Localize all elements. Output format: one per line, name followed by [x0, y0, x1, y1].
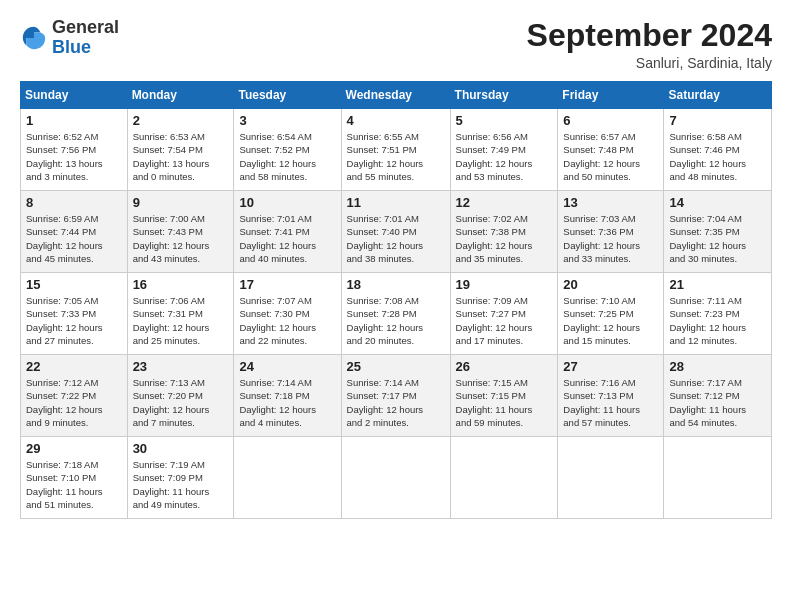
calendar-cell: 25Sunrise: 7:14 AM Sunset: 7:17 PM Dayli… — [341, 355, 450, 437]
weekday-header-friday: Friday — [558, 82, 664, 109]
day-number: 6 — [563, 113, 658, 128]
weekday-header-thursday: Thursday — [450, 82, 558, 109]
calendar-cell: 1Sunrise: 6:52 AM Sunset: 7:56 PM Daylig… — [21, 109, 128, 191]
calendar-cell: 3Sunrise: 6:54 AM Sunset: 7:52 PM Daylig… — [234, 109, 341, 191]
calendar-cell: 19Sunrise: 7:09 AM Sunset: 7:27 PM Dayli… — [450, 273, 558, 355]
day-number: 10 — [239, 195, 335, 210]
logo-general-text: General — [52, 17, 119, 37]
day-number: 13 — [563, 195, 658, 210]
day-info: Sunrise: 7:06 AM Sunset: 7:31 PM Dayligh… — [133, 294, 229, 347]
day-info: Sunrise: 7:01 AM Sunset: 7:41 PM Dayligh… — [239, 212, 335, 265]
calendar-cell: 2Sunrise: 6:53 AM Sunset: 7:54 PM Daylig… — [127, 109, 234, 191]
day-info: Sunrise: 6:58 AM Sunset: 7:46 PM Dayligh… — [669, 130, 766, 183]
logo: General Blue — [20, 18, 119, 58]
day-info: Sunrise: 7:11 AM Sunset: 7:23 PM Dayligh… — [669, 294, 766, 347]
weekday-header-row: SundayMondayTuesdayWednesdayThursdayFrid… — [21, 82, 772, 109]
day-number: 20 — [563, 277, 658, 292]
weekday-header-saturday: Saturday — [664, 82, 772, 109]
day-number: 18 — [347, 277, 445, 292]
day-number: 4 — [347, 113, 445, 128]
calendar-cell — [558, 437, 664, 519]
day-number: 19 — [456, 277, 553, 292]
day-number: 5 — [456, 113, 553, 128]
calendar-cell: 30Sunrise: 7:19 AM Sunset: 7:09 PM Dayli… — [127, 437, 234, 519]
day-info: Sunrise: 7:03 AM Sunset: 7:36 PM Dayligh… — [563, 212, 658, 265]
day-number: 22 — [26, 359, 122, 374]
day-info: Sunrise: 7:01 AM Sunset: 7:40 PM Dayligh… — [347, 212, 445, 265]
calendar-cell: 17Sunrise: 7:07 AM Sunset: 7:30 PM Dayli… — [234, 273, 341, 355]
day-info: Sunrise: 6:56 AM Sunset: 7:49 PM Dayligh… — [456, 130, 553, 183]
day-number: 14 — [669, 195, 766, 210]
day-info: Sunrise: 7:16 AM Sunset: 7:13 PM Dayligh… — [563, 376, 658, 429]
day-number: 11 — [347, 195, 445, 210]
day-number: 12 — [456, 195, 553, 210]
calendar-table: SundayMondayTuesdayWednesdayThursdayFrid… — [20, 81, 772, 519]
day-number: 15 — [26, 277, 122, 292]
day-info: Sunrise: 7:15 AM Sunset: 7:15 PM Dayligh… — [456, 376, 553, 429]
day-info: Sunrise: 7:02 AM Sunset: 7:38 PM Dayligh… — [456, 212, 553, 265]
day-number: 7 — [669, 113, 766, 128]
calendar-body: 1Sunrise: 6:52 AM Sunset: 7:56 PM Daylig… — [21, 109, 772, 519]
day-info: Sunrise: 7:09 AM Sunset: 7:27 PM Dayligh… — [456, 294, 553, 347]
calendar-cell: 5Sunrise: 6:56 AM Sunset: 7:49 PM Daylig… — [450, 109, 558, 191]
calendar-cell: 8Sunrise: 6:59 AM Sunset: 7:44 PM Daylig… — [21, 191, 128, 273]
day-number: 28 — [669, 359, 766, 374]
calendar-cell: 4Sunrise: 6:55 AM Sunset: 7:51 PM Daylig… — [341, 109, 450, 191]
day-number: 26 — [456, 359, 553, 374]
calendar-cell: 26Sunrise: 7:15 AM Sunset: 7:15 PM Dayli… — [450, 355, 558, 437]
day-info: Sunrise: 7:00 AM Sunset: 7:43 PM Dayligh… — [133, 212, 229, 265]
day-info: Sunrise: 7:10 AM Sunset: 7:25 PM Dayligh… — [563, 294, 658, 347]
day-number: 9 — [133, 195, 229, 210]
day-info: Sunrise: 6:53 AM Sunset: 7:54 PM Dayligh… — [133, 130, 229, 183]
calendar-cell: 18Sunrise: 7:08 AM Sunset: 7:28 PM Dayli… — [341, 273, 450, 355]
day-number: 25 — [347, 359, 445, 374]
weekday-header-monday: Monday — [127, 82, 234, 109]
day-info: Sunrise: 6:52 AM Sunset: 7:56 PM Dayligh… — [26, 130, 122, 183]
day-info: Sunrise: 7:07 AM Sunset: 7:30 PM Dayligh… — [239, 294, 335, 347]
calendar-cell: 29Sunrise: 7:18 AM Sunset: 7:10 PM Dayli… — [21, 437, 128, 519]
day-number: 29 — [26, 441, 122, 456]
day-info: Sunrise: 6:54 AM Sunset: 7:52 PM Dayligh… — [239, 130, 335, 183]
calendar-page: General Blue September 2024 Sanluri, Sar… — [0, 0, 792, 612]
day-number: 17 — [239, 277, 335, 292]
day-number: 2 — [133, 113, 229, 128]
calendar-cell: 11Sunrise: 7:01 AM Sunset: 7:40 PM Dayli… — [341, 191, 450, 273]
calendar-cell — [341, 437, 450, 519]
calendar-cell — [664, 437, 772, 519]
day-info: Sunrise: 7:14 AM Sunset: 7:18 PM Dayligh… — [239, 376, 335, 429]
calendar-header: SundayMondayTuesdayWednesdayThursdayFrid… — [21, 82, 772, 109]
day-number: 1 — [26, 113, 122, 128]
calendar-week-1: 1Sunrise: 6:52 AM Sunset: 7:56 PM Daylig… — [21, 109, 772, 191]
weekday-header-wednesday: Wednesday — [341, 82, 450, 109]
day-info: Sunrise: 7:08 AM Sunset: 7:28 PM Dayligh… — [347, 294, 445, 347]
calendar-cell: 9Sunrise: 7:00 AM Sunset: 7:43 PM Daylig… — [127, 191, 234, 273]
day-number: 23 — [133, 359, 229, 374]
calendar-week-3: 15Sunrise: 7:05 AM Sunset: 7:33 PM Dayli… — [21, 273, 772, 355]
title-block: September 2024 Sanluri, Sardinia, Italy — [527, 18, 772, 71]
day-info: Sunrise: 6:57 AM Sunset: 7:48 PM Dayligh… — [563, 130, 658, 183]
calendar-cell: 23Sunrise: 7:13 AM Sunset: 7:20 PM Dayli… — [127, 355, 234, 437]
day-info: Sunrise: 7:19 AM Sunset: 7:09 PM Dayligh… — [133, 458, 229, 511]
day-number: 30 — [133, 441, 229, 456]
calendar-cell: 28Sunrise: 7:17 AM Sunset: 7:12 PM Dayli… — [664, 355, 772, 437]
day-info: Sunrise: 7:12 AM Sunset: 7:22 PM Dayligh… — [26, 376, 122, 429]
day-number: 27 — [563, 359, 658, 374]
day-number: 3 — [239, 113, 335, 128]
logo-blue-text: Blue — [52, 37, 91, 57]
day-info: Sunrise: 7:18 AM Sunset: 7:10 PM Dayligh… — [26, 458, 122, 511]
calendar-cell: 27Sunrise: 7:16 AM Sunset: 7:13 PM Dayli… — [558, 355, 664, 437]
calendar-cell: 20Sunrise: 7:10 AM Sunset: 7:25 PM Dayli… — [558, 273, 664, 355]
month-title: September 2024 — [527, 18, 772, 53]
location-subtitle: Sanluri, Sardinia, Italy — [527, 55, 772, 71]
day-info: Sunrise: 7:14 AM Sunset: 7:17 PM Dayligh… — [347, 376, 445, 429]
calendar-cell: 10Sunrise: 7:01 AM Sunset: 7:41 PM Dayli… — [234, 191, 341, 273]
calendar-cell: 6Sunrise: 6:57 AM Sunset: 7:48 PM Daylig… — [558, 109, 664, 191]
weekday-header-sunday: Sunday — [21, 82, 128, 109]
calendar-cell — [450, 437, 558, 519]
day-number: 24 — [239, 359, 335, 374]
calendar-cell: 16Sunrise: 7:06 AM Sunset: 7:31 PM Dayli… — [127, 273, 234, 355]
day-info: Sunrise: 6:59 AM Sunset: 7:44 PM Dayligh… — [26, 212, 122, 265]
day-info: Sunrise: 6:55 AM Sunset: 7:51 PM Dayligh… — [347, 130, 445, 183]
day-info: Sunrise: 7:13 AM Sunset: 7:20 PM Dayligh… — [133, 376, 229, 429]
day-number: 8 — [26, 195, 122, 210]
